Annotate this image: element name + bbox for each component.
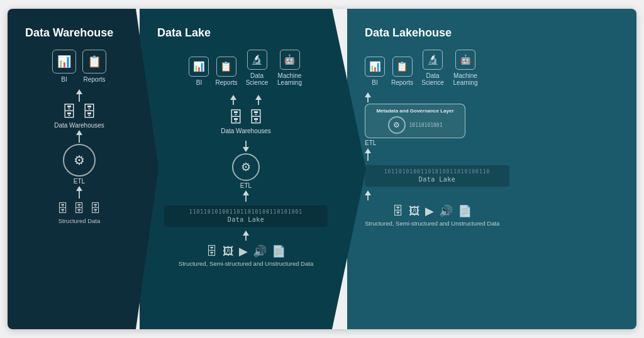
arrow-to-etl-wh (76, 186, 82, 199)
datascience-icon-lake: 🔬 (247, 50, 267, 70)
diagram-wrapper: Data Warehouse 📊 BI 📋 Reports (8, 9, 636, 329)
section-warehouse: Data Warehouse 📊 BI 📋 Reports (8, 9, 158, 329)
src-audio-lh: 🔊 (439, 204, 453, 218)
bi-icon-item-lh: 📊 BI (365, 57, 385, 86)
datascience-label-lake: Data Science (244, 72, 270, 86)
bi-label: BI (61, 76, 67, 83)
source-icons-lake: 🗄 🖼 ▶ 🔊 📄 (206, 244, 286, 258)
etl-block-wh: ⚙ ETL (63, 144, 96, 185)
reports-icon-item-lh: 📋 Reports (391, 57, 413, 86)
data-lake-lh: 10110101001101010011010100110 Data Lake (365, 165, 509, 187)
reports-icon-lh: 📋 (392, 57, 413, 77)
data-lake-wave: 1101101010011011010100110101001 Data Lak… (164, 205, 328, 227)
db-icon-lake-2: 🗄 (248, 109, 264, 126)
db-icons-lake: 🗄 🗄 (228, 109, 264, 126)
data-warehouses-label: Data Warehouses (54, 122, 104, 129)
arrow-etl-to-lake (243, 190, 249, 202)
ml-icon-lh: 🤖 (455, 50, 475, 70)
lake-title: Data Lake (157, 26, 211, 40)
src-icon-1: 🗄 (57, 202, 69, 215)
ml-icon-lake: 🤖 (280, 50, 300, 70)
src-db-lake: 🗄 (206, 245, 218, 258)
ml-icon-item-lake: 🤖 Machine Learning (277, 50, 303, 86)
reports-icon-item: 📋 Reports (82, 50, 106, 83)
etl-label-lake: ETL (240, 182, 252, 189)
bi-icon: 📊 (52, 50, 76, 74)
src-video-lake: ▶ (239, 244, 248, 258)
lake-storage-row: 🗄 🗄 Data Warehouses (221, 109, 271, 134)
source-label-lake: Structured, Semi-structured and Unstruct… (179, 260, 313, 267)
metadata-box: Metadata and Governance Layer ⚙ 10110101… (365, 104, 465, 138)
datascience-icon-item-lake: 🔬 Data Science (244, 50, 270, 86)
source-block-wh: 🗄 🗄 🗄 Structured Data (57, 200, 101, 224)
binary-text-lh: 10110101001101010011010100110 (370, 169, 504, 175)
arrow-dw-to-consumers (230, 95, 236, 105)
reports-icon: 📋 (82, 50, 106, 74)
ml-label-lh: Machine Learning (452, 72, 479, 86)
lakehouse-content: 📊 BI 📋 Reports 🔬 Data Science 🤖 Machine … (365, 50, 624, 317)
etl-label-wh: ETL (74, 178, 85, 185)
src-db-lh: 🗄 (392, 205, 404, 218)
ml-icon-item-lh: 🤖 Machine Learning (452, 50, 479, 86)
ml-label-lake: Machine Learning (277, 72, 303, 86)
arrow-to-consumers-wh (76, 89, 82, 102)
etl-icon-wh: ⚙ (63, 144, 96, 177)
section-lakehouse: Data Lakehouse 📊 BI 📋 Reports 🔬 Data Sci… (347, 9, 636, 329)
bi-icon-lake: 📊 (189, 57, 209, 77)
section-lake: Data Lake 📊 BI 📋 Reports 🔬 Data Science (140, 9, 366, 329)
lake-content: 📊 BI 📋 Reports 🔬 Data Science 🤖 Machine … (157, 50, 335, 317)
src-video-lh: ▶ (425, 204, 434, 218)
data-warehouses-block: 🗄 🗄 Data Warehouses (54, 103, 104, 129)
data-lake-label: Data Lake (169, 216, 323, 223)
bi-label-lake: BI (196, 79, 202, 86)
src-doc-lh: 📄 (458, 204, 472, 218)
source-block-lake: 🗄 🖼 ▶ 🔊 📄 Structured, Semi-structured an… (179, 242, 313, 267)
lakehouse-title: Data Lakehouse (365, 26, 452, 40)
bi-label-lh: BI (372, 79, 377, 86)
warehouse-title: Data Warehouse (25, 26, 113, 40)
db-icon-2: 🗄 (82, 103, 97, 121)
arrow-to-dw (76, 130, 82, 143)
db-icon-lake-1: 🗄 (228, 109, 243, 126)
lake-arrows-top (230, 94, 262, 106)
binary-text-lake: 1101101010011011010100110101001 (169, 209, 323, 215)
src-doc-lake: 📄 (272, 244, 286, 258)
source-block-lh: 🗄 🖼 ▶ 🔊 📄 Structured, Semi-structured an… (365, 202, 499, 227)
reports-label: Reports (83, 76, 105, 83)
reports-icon-item-lake: 📋 Reports (215, 57, 237, 86)
db-icons-wh: 🗄 🗄 (62, 103, 97, 121)
lakehouse-consumers: 📊 BI 📋 Reports 🔬 Data Science 🤖 Machine … (365, 50, 479, 86)
reports-label-lake: Reports (215, 79, 237, 86)
etl-icon-lh: ⚙ (388, 116, 406, 134)
db-icon-1: 🗄 (62, 103, 77, 121)
source-icons-wh: 🗄 🗄 🗄 (57, 202, 101, 215)
warehouse-content: 📊 BI 📋 Reports 🗄 🗄 Data Warehou (25, 50, 133, 317)
structured-label-wh: Structured Data (58, 217, 101, 224)
binary-inline-lh: 10110101001 (409, 123, 443, 128)
bi-icon-item: 📊 BI (52, 50, 76, 83)
datascience-icon-item-lh: 🔬 Data Science (419, 50, 446, 86)
arrow-from-lake-up (243, 231, 249, 241)
src-icon-3: 🗄 (90, 202, 101, 215)
arrow-from-lake-lh (365, 190, 371, 200)
metadata-label: Metadata and Governance Layer (372, 108, 458, 114)
reports-label-lh: Reports (391, 79, 413, 86)
etl-block-lake: ⚙ ETL (232, 139, 260, 203)
bi-icon-item-lake: 📊 BI (189, 57, 209, 86)
datascience-icon-lh: 🔬 (423, 50, 443, 70)
source-icons-lh: 🗄 🖼 ▶ 🔊 📄 (392, 204, 472, 218)
data-warehouses-block-lake: 🗄 🗄 Data Warehouses (221, 109, 271, 134)
src-icon-2: 🗄 (74, 202, 85, 215)
etl-label-lh: ETL (365, 139, 376, 146)
etl-icon-lake: ⚙ (232, 153, 260, 181)
arrow-lake-to-consumers (255, 95, 262, 105)
bi-icon-lh: 📊 (365, 57, 385, 77)
src-img-lh: 🖼 (409, 205, 420, 218)
arrow-metadata-to-lake (365, 148, 371, 161)
warehouse-consumers: 📊 BI 📋 Reports (52, 50, 106, 83)
dw-label-lake: Data Warehouses (221, 128, 271, 134)
src-img-lake: 🖼 (223, 245, 234, 258)
arrow-etl-down (243, 141, 249, 152)
lake-etl-area: ⚙ ETL (232, 137, 260, 203)
lake-label-lh: Data Lake (370, 176, 504, 183)
